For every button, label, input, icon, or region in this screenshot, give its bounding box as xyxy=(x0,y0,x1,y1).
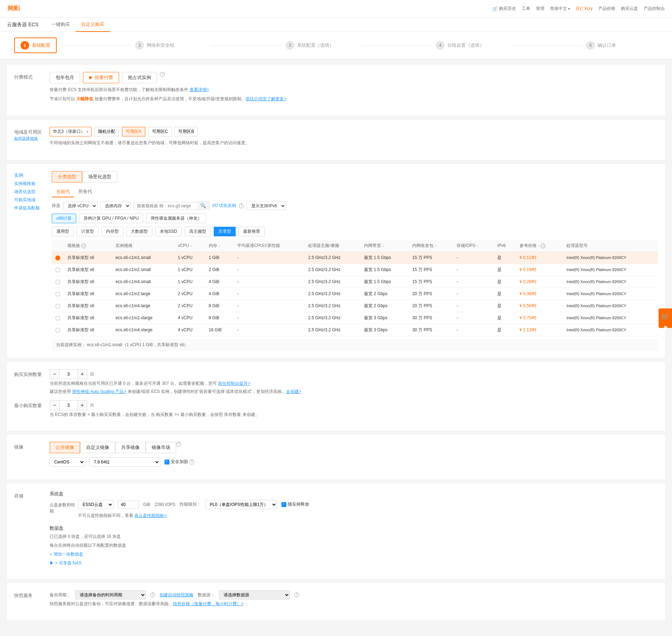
iov-info-icon[interactable]: ? xyxy=(239,203,244,208)
cat-memory[interactable]: 内存型 xyxy=(101,227,123,236)
row-radio[interactable] xyxy=(52,300,64,312)
cat-latest[interactable]: 最新推荐 xyxy=(239,227,265,236)
type-tab-categorized[interactable]: 分类选型 xyxy=(52,171,82,182)
snapshot-price-link[interactable]: 快照价格（按量付费，每小时计费）> xyxy=(173,601,243,606)
autoscaling-link[interactable]: 弹性伸缩 Auto Scaling 产品> xyxy=(72,389,126,394)
cat-localssd[interactable]: 本地SSD xyxy=(155,227,182,236)
bw-sort-icon[interactable]: ↕ xyxy=(382,244,384,248)
perf-select[interactable]: PL0（单盘IOPS性能上限1万） xyxy=(205,500,277,509)
arch-x86[interactable]: x86计算 xyxy=(52,214,76,223)
region-help-link[interactable]: 如何选择地域 xyxy=(14,136,38,140)
data-source-info-icon[interactable]: ? xyxy=(294,592,299,597)
radio-icon[interactable] xyxy=(55,280,60,285)
row-radio[interactable] xyxy=(52,312,64,324)
period-select[interactable]: 请选择备份的时间周期 xyxy=(75,590,146,600)
zone-a-btn[interactable]: 可用区A xyxy=(122,127,145,136)
period-info-icon[interactable]: ? xyxy=(150,592,155,597)
radio-icon[interactable] xyxy=(55,328,60,333)
table-row[interactable]: 共享标准型 s6 ecs.s6-c1m4.large 2 vCPU 8 GiB … xyxy=(52,300,658,312)
left-nav-available[interactable]: 可购买地域 xyxy=(14,196,46,204)
radio-icon[interactable] xyxy=(55,268,60,272)
mem-select[interactable]: 选择内存 xyxy=(100,202,131,210)
th-pps[interactable]: 内网收发包 ↕ xyxy=(409,240,453,252)
image-tab-shared[interactable]: 共享镜像 xyxy=(115,442,146,453)
disk-perf-link[interactable]: 各云盘性能指标> xyxy=(134,513,167,518)
spec-search-input[interactable] xyxy=(134,202,197,210)
product-console-link[interactable]: 产品控制台 xyxy=(644,6,665,12)
arch-bare-metal[interactable]: 弹性裸金属服务器（神龙） xyxy=(146,214,206,223)
row-radio[interactable] xyxy=(52,264,64,276)
th-iops[interactable]: 存储IOPS ↕ xyxy=(453,240,494,252)
disk-size-input[interactable] xyxy=(118,501,139,508)
radio-icon[interactable] xyxy=(55,304,60,309)
min-qty-input[interactable] xyxy=(60,400,77,410)
buy-history-link[interactable]: 🛒 购买历史 xyxy=(492,6,516,12)
quota-upgrade-link[interactable]: 前往控制台提升> xyxy=(218,381,250,386)
secure-checkbox[interactable] xyxy=(164,460,169,465)
create-snapshot-link[interactable]: 创建自动快照策略 xyxy=(159,592,194,598)
table-row[interactable]: 共享标准型 s6 ecs.s6-c1m1.small 1 vCPU 1 GiB … xyxy=(52,252,658,264)
iops-sort-icon[interactable]: ↕ xyxy=(477,244,478,248)
th-price[interactable]: 参考价格 ↕ ⓘ xyxy=(516,240,563,252)
tab-quick-buy[interactable]: 一键购买 xyxy=(46,18,75,32)
payment-tab-spot[interactable]: 抢占式实例 xyxy=(122,72,157,83)
zone-b-btn[interactable]: 可用区B xyxy=(174,127,198,136)
th-bandwidth[interactable]: 内网带宽 ↕ xyxy=(360,240,409,252)
left-nav-instance[interactable]: 实例 xyxy=(14,171,46,180)
pps-sort-icon[interactable]: ↕ xyxy=(435,244,437,248)
th-mem[interactable]: 内存 ↕ xyxy=(205,240,234,252)
region-dropdown[interactable]: 华北3（张家口） ▾ xyxy=(50,127,91,136)
tools-link[interactable]: 工单 xyxy=(522,6,530,12)
shared-nas-link[interactable]: ▶ > 共享盘 NAS xyxy=(50,560,658,566)
iov-link[interactable]: I/O 优化实例 xyxy=(212,203,236,209)
mem-sort-icon[interactable]: ↕ xyxy=(218,244,220,248)
arch-gpu[interactable]: 异构计算 GPU / FPGA / NPU xyxy=(79,214,143,223)
min-qty-decrease[interactable]: − xyxy=(50,400,60,410)
payment-tab-payasgo[interactable]: 按量付费 xyxy=(83,72,119,83)
lang-selector[interactable]: 简体中文 ▾ xyxy=(550,6,570,12)
th-family[interactable]: 规格族 ⓘ xyxy=(64,240,112,252)
left-nav-quota[interactable]: 申请提高配额 xyxy=(14,204,46,212)
price-sort-icon[interactable]: ↕ xyxy=(538,244,539,248)
region-random-btn[interactable]: 随机分配 xyxy=(94,127,119,136)
radio-icon[interactable] xyxy=(55,255,60,260)
type-tab-scene[interactable]: 场景化选型 xyxy=(82,171,117,182)
vcpu-sort-icon[interactable]: ↕ xyxy=(190,244,192,248)
table-row[interactable]: 共享标准型 s6 ecs.s6-c1m4.small 1 vCPU 4 GiB … xyxy=(52,276,658,288)
table-row[interactable]: 共享标准型 s6 ecs.s6-c1m2.small 1 vCPU 2 GiB … xyxy=(52,264,658,276)
row-radio[interactable] xyxy=(52,276,64,288)
cat-compute[interactable]: 计算型 xyxy=(77,227,99,236)
vcpu-select[interactable]: 选择 vCPU xyxy=(63,202,97,210)
radio-icon[interactable] xyxy=(55,292,60,297)
product-price-link[interactable]: 产品价格 xyxy=(598,6,615,12)
table-row[interactable]: 共享标准型 s6 ecs.s6-c1m4.xlarge 4 vCPU 16 Gi… xyxy=(52,324,658,336)
image-tab-market[interactable]: 镜像市场 xyxy=(146,442,176,453)
buy-qty-input[interactable] xyxy=(60,369,77,379)
console-link[interactable]: 管理 xyxy=(536,6,544,12)
cat-bigdata[interactable]: 大数据型 xyxy=(126,227,152,236)
left-nav-scene[interactable]: 场景化选型 xyxy=(14,188,46,196)
table-row[interactable]: 共享标准型 s6 ecs.s6-c1m2.xlarge 4 vCPU 8 GiB… xyxy=(52,312,658,324)
image-tab-public[interactable]: 公共镜像 xyxy=(50,442,80,453)
radio-icon[interactable] xyxy=(55,316,60,321)
gen-tab-current[interactable]: 当前代 xyxy=(52,187,74,197)
zone-c-btn[interactable]: 可用区C xyxy=(148,127,172,136)
create-link[interactable]: 去创建> xyxy=(286,389,301,394)
row-radio[interactable] xyxy=(52,252,64,264)
price-info-icon[interactable]: ⓘ xyxy=(541,243,545,248)
spec-search-button[interactable]: 🔍 xyxy=(197,202,209,210)
cat-shared[interactable]: 共享型 xyxy=(214,227,236,236)
tab-custom-buy[interactable]: 自定义购买 xyxy=(75,18,110,32)
image-tab-custom[interactable]: 自定义镜像 xyxy=(80,442,115,453)
th-spec[interactable]: 实例规格 xyxy=(112,240,174,252)
add-disk-button[interactable]: + 增加一块数据盘 xyxy=(50,551,658,557)
user-info[interactable]: 豆仁Xcry xyxy=(576,6,593,12)
th-vcpu[interactable]: vCPU ↕ xyxy=(174,240,205,252)
secure-info-icon[interactable]: ? xyxy=(189,460,194,465)
buy-cloud-link[interactable]: 购买云盘 xyxy=(621,6,638,12)
buy-qty-increase[interactable]: + xyxy=(77,369,87,379)
cat-general[interactable]: 通用型 xyxy=(52,227,74,236)
data-source-select[interactable]: 请选择数据源 xyxy=(219,590,290,600)
cart-sidebar[interactable]: 🛒 购物车 xyxy=(659,308,672,328)
min-qty-increase[interactable]: + xyxy=(77,400,87,410)
